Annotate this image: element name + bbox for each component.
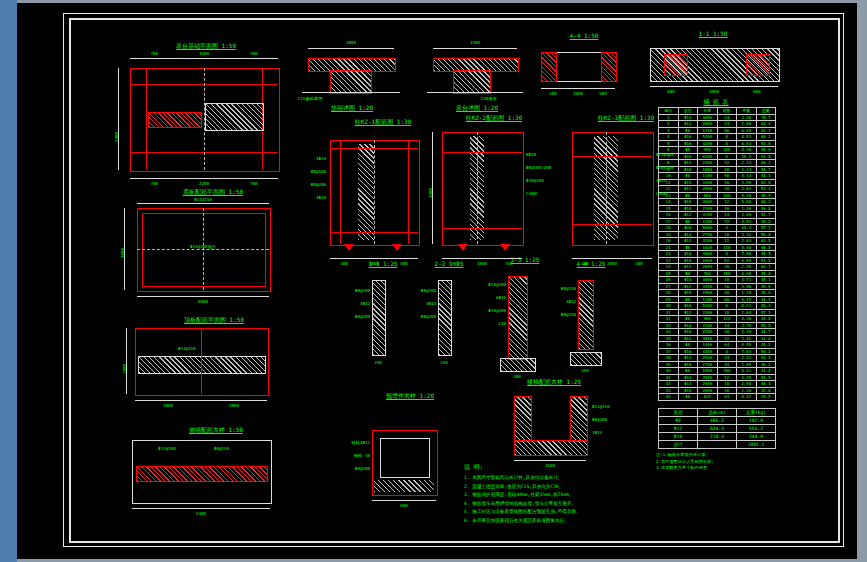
dim-line: [135, 400, 267, 401]
dim-line: [118, 68, 119, 170]
hatch-area-red: [136, 466, 268, 482]
rebar-leader: Φ10@200: [476, 308, 506, 313]
hatch-band: [138, 356, 266, 374]
rebar-leader: 4Φ14: [408, 301, 436, 306]
support-mark: [392, 244, 402, 251]
rebar-leader: C30砼: [656, 191, 690, 196]
haunch-section: [330, 70, 372, 94]
dim-text-row: 6000: [137, 299, 269, 304]
dim-text-row: 350: [570, 368, 600, 373]
leader-stack: 8Φ18Φ8@100/200Φ10@100C30砼: [526, 152, 558, 204]
table-cell: Φ8: [678, 394, 698, 401]
legend-line: 2.表中重量已计入弯钩增长值;: [656, 459, 780, 464]
dim-line: [137, 203, 269, 204]
table-row: Φ8486.2192.0: [659, 417, 776, 425]
dim-text-vertical: 1800: [122, 364, 127, 374]
summary-table: 直径总长(m)总重(kg)Φ8486.2192.0Φ12624.5555.2Φ1…: [658, 408, 776, 449]
dim-text-row: 250: [366, 360, 390, 365]
rebar-leader: 4Φ20: [300, 195, 326, 200]
rebar-leader: Φ8@100: [408, 288, 436, 293]
channel-wall: [514, 396, 532, 442]
section-bar: [508, 276, 528, 360]
dim-line: [130, 178, 278, 179]
table-cell: 820: [698, 394, 718, 401]
table-cell: [698, 441, 737, 449]
drawing-section-1: 1-1 1:50 6003000600: [645, 30, 785, 100]
section-foot: [570, 352, 602, 366]
dim-text: 500: [599, 91, 607, 96]
dim-text: 250: [374, 360, 382, 365]
section-foot: [500, 358, 536, 372]
table-cell: 64: [717, 394, 737, 401]
table-row: 合计1092.1: [659, 441, 776, 449]
rebar-leader: Φ12@150: [592, 404, 624, 409]
drawing-title: 预埋件大样 1:20: [370, 392, 450, 399]
dim-text-row: 5002000500: [541, 91, 615, 96]
dim-line: [130, 58, 278, 59]
dim-text: 250: [440, 360, 448, 365]
hatch-area-red: [148, 112, 202, 128]
dim-line: [572, 258, 652, 259]
dim-text: 700: [150, 181, 158, 186]
rebar-leader: 8Φ18: [526, 152, 558, 157]
rebar-leader: 锚筋4Φ12: [344, 440, 370, 445]
note-line: 2. 混凝土强度等级:垫层为C15,其余均为C30。: [464, 483, 656, 492]
cad-viewport: 承台基础平面图 1:50 7001500700 2400 7002200700 …: [0, 0, 867, 562]
drawing-bottom-slab-plan: 底板配筋平面图 1:50 Φ12@150 Φ12@200双向 3600 6000: [118, 188, 288, 313]
note-line: 1. 本图尺寸除标高以米计外,其余均以毫米计。: [464, 474, 656, 483]
table-cell: 44: [659, 394, 679, 401]
table-cell: 218.4: [698, 433, 737, 441]
rebar-leader: Φ8@200: [592, 417, 624, 422]
red-line: [572, 156, 652, 157]
drawing-section-4: 4-4 1:50 5002000500: [533, 32, 628, 102]
drawing-title: 底板配筋平面图 1:50: [148, 188, 278, 195]
table-cell: 192.0: [737, 417, 776, 425]
dim-text: 700: [250, 181, 258, 186]
drawing-pilecap-detail: 1500 C30承台 承台详图 1:20: [425, 40, 535, 120]
leader-stack: Φ12@150Φ8@2002Φ14: [592, 404, 624, 443]
support-mark: [458, 244, 468, 251]
drawing-title: 柱KZ-3配筋图 1:30: [576, 114, 676, 121]
dim-text-vertical: 2400: [114, 132, 119, 142]
dim-line: [132, 508, 270, 509]
dim-text-vertical: 3300: [428, 188, 433, 198]
rebar-leader: Φ10@100: [526, 178, 558, 183]
dim-text: 700: [250, 51, 258, 56]
red-line: [408, 140, 409, 244]
rebar-leader: Φ8@200: [300, 182, 326, 187]
drawing-title: 承台详图 1:20: [437, 104, 517, 111]
drawing-title: 1-1 1:50: [685, 30, 741, 37]
hatch-band: [374, 480, 434, 492]
support-mark: [344, 244, 354, 251]
table-cell: Φ8: [659, 417, 698, 425]
material-summary: 直径总长(m)总重(kg)Φ8486.2192.0Φ12624.5555.2Φ1…: [656, 406, 780, 450]
section-bar: [578, 280, 594, 350]
material-label: C15素砼垫层: [298, 96, 322, 101]
drawing-title: 垫层详图 1:20: [312, 104, 392, 111]
dim-text-row: 7002200700: [130, 181, 278, 186]
dim-text: 500: [549, 91, 557, 96]
table-cell: 486.2: [698, 417, 737, 425]
dim-text: 400: [340, 261, 348, 266]
legend-line: 3.本表数量为单个构件用量。: [656, 465, 780, 470]
drawing-title: 承台基础平面图 1:50: [146, 42, 266, 49]
dim-text: 2200: [199, 181, 209, 186]
note-line: 6. 未尽事宜按国家现行有关规范及标准图集执行。: [464, 517, 656, 526]
dim-text-row: 1800: [308, 40, 394, 45]
dim-text: 600: [753, 89, 761, 94]
col-header: 直径: [659, 409, 698, 417]
section-bar: [372, 280, 386, 356]
note-line: 3. 钢筋保护层厚度:基础40mm,柱梁35mm,板25mm。: [464, 491, 656, 500]
drawing-column-kz3: 柱KZ-3配筋图 1:30 Φ12@100Φ10@2004Φ14C30砼 400…: [556, 112, 696, 272]
material-label: C30承台: [481, 96, 497, 101]
dim-text-row: 250: [432, 360, 456, 365]
dim-text: 3000: [709, 89, 719, 94]
drawing-title: 楼梯配筋大样 1:25: [522, 378, 586, 385]
dim-line: [137, 296, 269, 297]
drawing-title: 1-1 1:25: [358, 260, 408, 267]
center-line: [137, 249, 269, 250]
col-header: 总重(kg): [737, 409, 776, 417]
drawing-title: 2-2 1:25: [424, 260, 474, 267]
rebar-label: Φ12@150: [194, 197, 212, 202]
table-row: Φ12624.5555.2: [659, 425, 776, 433]
